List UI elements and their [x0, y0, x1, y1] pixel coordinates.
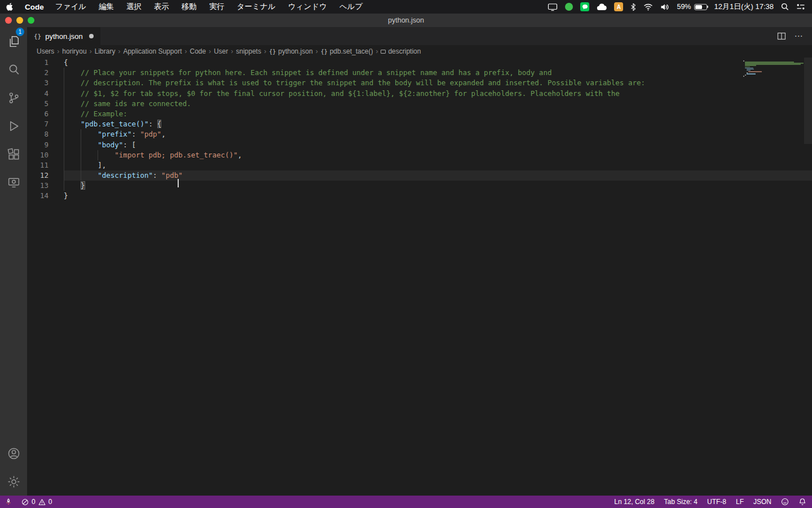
breadcrumbs: Users›horiryou›Library›Application Suppo…: [27, 45, 812, 58]
code-line-1[interactable]: 1{: [27, 58, 812, 68]
menu-item-8[interactable]: ヘルプ: [339, 2, 363, 12]
code-line-10[interactable]: 10 "import pdb; pdb.set_traec()",: [27, 150, 812, 160]
sidebar-item-search[interactable]: [0, 55, 27, 84]
code-line-7[interactable]: 7 "pdb.set_tace()": {: [27, 119, 812, 129]
notifications-bell-icon[interactable]: [798, 498, 806, 506]
minimap-line: [745, 67, 750, 68]
code-editor[interactable]: 1{2 // Place your snippets for python he…: [27, 58, 812, 496]
breadcrumb-label: snippets: [236, 47, 262, 55]
cloud-icon[interactable]: [597, 3, 607, 11]
code-line-9[interactable]: 9 "body": [: [27, 140, 812, 150]
code-line-2[interactable]: 2 // Place your snippets for python here…: [27, 68, 812, 78]
code-line-5[interactable]: 5 // same ids are connected.: [27, 99, 812, 109]
menubar-clock[interactable]: 12月1日(火) 17:38: [714, 2, 774, 12]
activity-bar: 1: [0, 27, 27, 496]
minimap-line: [743, 76, 744, 77]
braces-icon: {}: [321, 49, 328, 55]
breadcrumb-item-8[interactable]: {}pdb.set_tace(): [321, 47, 373, 55]
code-token: :: [131, 130, 140, 138]
battery-indicator[interactable]: 59%: [677, 3, 707, 11]
close-button[interactable]: [5, 17, 12, 24]
rocket-icon[interactable]: [5, 498, 12, 506]
display-icon[interactable]: [548, 3, 558, 11]
spotlight-icon[interactable]: [781, 3, 789, 11]
menu-item-0[interactable]: ファイル: [55, 2, 86, 12]
code-token: :: [149, 120, 157, 128]
split-editor-icon[interactable]: [777, 32, 786, 41]
sidebar-item-extensions[interactable]: [0, 140, 27, 168]
line-content: // Example:: [64, 109, 812, 119]
sidebar-item-remote-explorer[interactable]: [0, 168, 27, 196]
code-line-11[interactable]: 11 ],: [27, 160, 812, 170]
code-area: 1{2 // Place your snippets for python he…: [27, 58, 812, 202]
menu-item-7[interactable]: ウィンドウ: [288, 2, 327, 12]
editor-actions-more-icon[interactable]: ⋯: [795, 31, 804, 41]
code-line-14[interactable]: 14}: [27, 191, 812, 201]
minimap-line: [743, 60, 744, 62]
feedback-smiley-icon[interactable]: [781, 498, 789, 506]
cursor-position-indicator[interactable]: Ln 12, Col 28: [614, 498, 654, 506]
scrollbar[interactable]: [804, 58, 812, 144]
breadcrumb-separator: ›: [90, 47, 92, 55]
zoom-button[interactable]: [28, 17, 34, 24]
settings-button[interactable]: [0, 467, 27, 496]
encoding-indicator[interactable]: UTF-8: [707, 498, 726, 506]
breadcrumb-item-9[interactable]: description: [381, 47, 421, 55]
breadcrumb-item-0[interactable]: Users: [37, 47, 54, 55]
minimize-button[interactable]: [16, 17, 23, 24]
breadcrumb-label: pdb.set_tace(): [330, 47, 373, 55]
sidebar-item-source-control[interactable]: [0, 84, 27, 112]
breadcrumb-item-7[interactable]: {}python.json: [269, 47, 312, 55]
code-line-4[interactable]: 4 // $1, $2 for tab stops, $0 for the fi…: [27, 89, 812, 99]
line-app-icon[interactable]: [580, 2, 589, 11]
breadcrumb-item-6[interactable]: snippets: [236, 47, 262, 55]
apple-menu-icon[interactable]: [6, 3, 14, 11]
breadcrumb-item-2[interactable]: Library: [95, 47, 116, 55]
breadcrumb-label: python.json: [278, 47, 312, 55]
code-line-12[interactable]: 12 "description": "pdb": [27, 170, 812, 181]
menu-item-2[interactable]: 選択: [126, 2, 142, 12]
battery-fill: [695, 5, 702, 9]
line-content: }: [64, 181, 812, 191]
account-icon: [7, 446, 21, 461]
sidebar-item-explorer[interactable]: 1: [0, 27, 27, 55]
sidebar-item-run-debug[interactable]: [0, 112, 27, 140]
menu-item-6[interactable]: ターミナル: [237, 2, 276, 12]
minimap[interactable]: [743, 59, 804, 82]
bluetooth-icon[interactable]: [630, 3, 636, 11]
code-token: // $1, $2 for tab stops, $0 for the fina…: [64, 89, 620, 98]
menu-item-3[interactable]: 表示: [154, 2, 169, 12]
breadcrumb-item-4[interactable]: Code: [189, 47, 206, 55]
tab-size-indicator[interactable]: Tab Size: 4: [664, 498, 698, 506]
breadcrumb-item-1[interactable]: horiryou: [62, 47, 86, 55]
window-controls: [0, 17, 34, 24]
line-number-3: 3: [27, 78, 64, 88]
code-line-13[interactable]: 13 }: [27, 181, 812, 191]
notification-center-icon[interactable]: [796, 3, 805, 10]
menubar-app-name[interactable]: Code: [25, 3, 44, 11]
eol-indicator[interactable]: LF: [736, 498, 744, 506]
menu-item-1[interactable]: 編集: [99, 2, 114, 12]
code-line-3[interactable]: 3 // description. The prefix is what is …: [27, 78, 812, 88]
problems-indicator[interactable]: 0 0: [21, 498, 52, 506]
breadcrumb-item-3[interactable]: Application Support: [123, 47, 182, 55]
tab-python-json[interactable]: {} python.json: [27, 27, 100, 45]
line-number-2: 2: [27, 68, 64, 78]
menu-item-5[interactable]: 実行: [209, 2, 224, 12]
activity-bar-spacer: [0, 196, 27, 439]
accounts-button[interactable]: [0, 439, 27, 467]
code-line-6[interactable]: 6 // Example:: [27, 109, 812, 119]
braces-icon: {}: [269, 49, 276, 55]
breadcrumb-item-5[interactable]: User: [214, 47, 228, 55]
wifi-icon[interactable]: [643, 3, 653, 11]
green-app-icon[interactable]: [565, 3, 573, 11]
language-mode-indicator[interactable]: JSON: [753, 498, 771, 506]
breadcrumb-separator: ›: [118, 47, 120, 55]
code-token: "pdp": [140, 130, 161, 138]
input-method-icon[interactable]: A: [614, 2, 623, 11]
menu-item-4[interactable]: 移動: [182, 2, 197, 12]
window-title: python.json: [0, 16, 812, 24]
volume-icon[interactable]: [660, 3, 669, 11]
code-line-8[interactable]: 8 "prefix": "pdp",: [27, 129, 812, 139]
code-token: [64, 181, 81, 190]
